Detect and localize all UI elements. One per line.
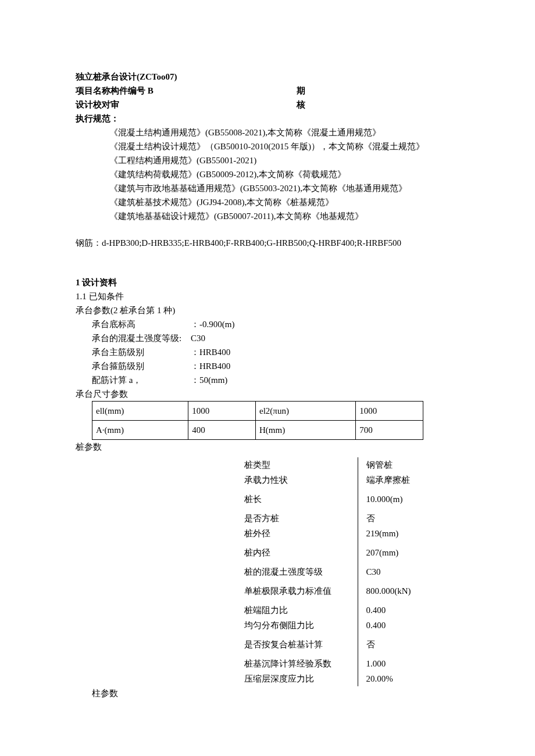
pile-label: 是否按复合桩基计算 <box>244 633 358 652</box>
header-row-2: 项目名称构件编号 B 期 <box>76 84 459 98</box>
cap-row: 承台底标高 ：-0.900(m) <box>76 317 459 331</box>
pile-value: 10.000(m) <box>358 488 416 507</box>
cell: H(mm) <box>256 421 356 440</box>
pile-row: 桩端阻力比0.400 <box>244 599 416 618</box>
header-design: 设计校对审 <box>76 98 297 112</box>
pile-label: 是否方桩 <box>244 507 358 526</box>
cap-value: ：HRB400 <box>191 359 459 373</box>
pile-label: 桩内径 <box>244 541 358 560</box>
title: 独立桩承台设计(ZCToo07) <box>76 70 459 84</box>
col-title: 柱参数 <box>76 686 459 700</box>
spec-item: 《混凝土结构通用规范》(GB55008-2021),本文简称《混凝土通用规范》 <box>76 126 459 139</box>
cap-label: 承台主筋级别 <box>92 345 191 359</box>
cell: 1000 <box>188 402 256 421</box>
pile-value: 20.00% <box>358 671 416 686</box>
cap-params-title: 承台参数(2 桩承台第 1 种) <box>76 303 459 317</box>
cap-label: 承台的混凝土强度等级: <box>92 331 191 345</box>
cap-label: 承台底标高 <box>92 317 191 331</box>
pile-row: 桩内径207(mm) <box>244 541 416 560</box>
pile-label: 桩长 <box>244 488 358 507</box>
spec-item: 《建筑结构荷载规范》(GB50009-2012),本文简称《荷载规范》 <box>76 167 459 181</box>
dim-table: ell(mm) 1000 el2(πun) 1000 A·(mm) 400 H(… <box>92 401 423 440</box>
pile-row: 承载力性状端承摩擦桩 <box>244 472 416 488</box>
cap-row: 配筋计算 a， ：50(mm) <box>76 373 459 387</box>
section1-title: 1 设计资料 <box>76 275 459 289</box>
spec-item: 《工程结构通用规范》(GB55001-2021) <box>76 153 459 167</box>
pile-row: 桩长10.000(m) <box>244 488 416 507</box>
pile-value: 800.000(kN) <box>358 579 416 599</box>
pile-value: C30 <box>358 560 416 579</box>
cap-row: 承台箍筋级别 ：HRB400 <box>76 359 459 373</box>
table-row: ell(mm) 1000 el2(πun) 1000 <box>92 402 423 421</box>
pile-label: 桩的混凝土强度等级 <box>244 560 358 579</box>
pile-label: 桩外径 <box>244 526 358 541</box>
pile-row: 桩基沉降计算经验系数1.000 <box>244 652 416 671</box>
pile-label: 桩类型 <box>244 457 358 472</box>
spec-item: 《建筑地基基础设计规范》(GB50007-2011),本文简称《地基规范》 <box>76 209 459 223</box>
cell: 400 <box>188 421 256 440</box>
pile-row: 桩的混凝土强度等级C30 <box>244 560 416 579</box>
pile-row: 桩类型钢管桩 <box>244 457 416 472</box>
pile-label: 桩基沉降计算经验系数 <box>244 652 358 671</box>
pile-value: 207(mm) <box>358 541 416 560</box>
rebar-line: 钢筋：d-HPB300;D-HRB335;E-HRB400;F-RRB400;G… <box>76 236 459 250</box>
table-row: A·(mm) 400 H(mm) 700 <box>92 421 423 440</box>
pile-value: 端承摩擦桩 <box>358 472 416 488</box>
dim-title: 承台尺寸参数 <box>76 387 459 401</box>
pile-value: 否 <box>358 507 416 526</box>
cap-value: ：50(mm) <box>191 373 459 387</box>
cell: 1000 <box>356 402 423 421</box>
cap-value: C30 <box>191 331 459 345</box>
cell: A·(mm) <box>92 421 188 440</box>
pile-value: 0.400 <box>358 618 416 633</box>
spec-item: 《混凝土结构设计规范》（GB50010-2010(2015 年版)），本文简称《… <box>76 139 459 153</box>
pile-row: 是否按复合桩基计算否 <box>244 633 416 652</box>
cap-row: 承台的混凝土强度等级: C30 <box>76 331 459 345</box>
pile-label: 单桩极限承载力标准值 <box>244 579 358 599</box>
cell: el2(πun) <box>256 402 356 421</box>
spec-item: 《建筑桩基技术规范》(JGJ94-2008),本文简称《桩基规范》 <box>76 195 459 209</box>
pile-row: 单桩极限承载力标准值800.000(kN) <box>244 579 416 599</box>
pile-row: 是否方桩否 <box>244 507 416 526</box>
pile-title: 桩参数 <box>76 440 459 454</box>
header-row-3: 设计校对审 核 <box>76 98 459 112</box>
cap-row: 承台主筋级别 ：HRB400 <box>76 345 459 359</box>
header-check: 核 <box>297 98 459 112</box>
cap-value: ：HRB400 <box>191 345 459 359</box>
spec-item: 《建筑与市政地基基础通用规范》(GB55003-2021),本文简称《地基通用规… <box>76 181 459 195</box>
pile-value: 1.000 <box>358 652 416 671</box>
pile-table: 桩类型钢管桩 承载力性状端承摩擦桩 桩长10.000(m) 是否方桩否 桩外径2… <box>244 457 416 686</box>
section1-sub: 1.1 已知条件 <box>76 289 459 303</box>
header-proj: 项目名称构件编号 B <box>76 84 297 98</box>
header-period: 期 <box>297 84 459 98</box>
cap-label: 承台箍筋级别 <box>92 359 191 373</box>
pile-value: 钢管桩 <box>358 457 416 472</box>
cap-label: 配筋计算 a， <box>92 373 191 387</box>
pile-row: 压缩层深度应力比20.00% <box>244 671 416 686</box>
pile-label: 均匀分布侧阻力比 <box>244 618 358 633</box>
cell: ell(mm) <box>92 402 188 421</box>
pile-value: 否 <box>358 633 416 652</box>
pile-label: 承载力性状 <box>244 472 358 488</box>
cell: 700 <box>356 421 423 440</box>
pile-row: 桩外径219(mm) <box>244 526 416 541</box>
pile-value: 0.400 <box>358 599 416 618</box>
pile-value: 219(mm) <box>358 526 416 541</box>
specs-title: 执行规范： <box>76 112 459 126</box>
pile-label: 压缩层深度应力比 <box>244 671 358 686</box>
cap-value: ：-0.900(m) <box>191 317 459 331</box>
pile-label: 桩端阻力比 <box>244 599 358 618</box>
pile-row: 均匀分布侧阻力比0.400 <box>244 618 416 633</box>
